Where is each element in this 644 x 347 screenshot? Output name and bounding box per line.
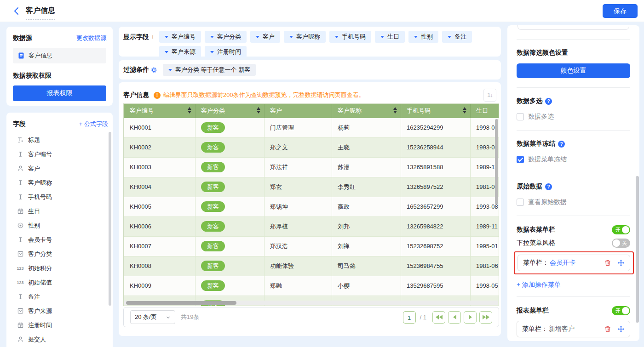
menu-item-name[interactable]: 新增客户 [549,325,575,333]
settings-scrollbar[interactable] [636,176,639,323]
table-horizontal-scrollbar[interactable] [124,301,498,305]
preview-warning: 编辑界面只取数据源前200条作为查询数据预览，完整数据请访问页面查看。 [154,91,365,99]
column-header[interactable]: 客户分类 [196,104,264,118]
field-item[interactable]: 生日 [13,204,108,218]
display-field-chip[interactable]: 注册时间 [205,46,247,58]
raw-data-checkbox-label: 查看原始数据 [528,198,567,206]
last-page-button[interactable] [479,311,492,324]
add-action-menu-link[interactable]: + 添加操作菜单 [517,281,561,289]
display-field-chip[interactable]: 客户昵称 [284,31,326,43]
multi-select-checkbox-row[interactable]: 数据多选 [517,113,630,121]
checkbox-unchecked[interactable] [517,199,524,206]
field-item[interactable]: 客户分类 [13,247,108,261]
field-item[interactable]: 手机号码 [13,190,108,204]
field-item[interactable]: 123初始储值 [13,275,108,290]
sort-arrows-icon[interactable] [463,107,466,114]
pagination-bar: 20 条/页 共19条 1 / 1 [123,307,499,327]
prev-page-button[interactable] [448,311,461,324]
question-icon[interactable] [545,183,552,190]
field-item[interactable]: 注册时间 [13,318,108,332]
current-page-input[interactable]: 1 [403,311,416,324]
dropdown-style-toggle-off[interactable]: 关 [612,239,630,248]
table-row[interactable]: KH0005新客郑锡坤嬴政165236572991993-08 [124,197,500,216]
sort-arrows-icon[interactable] [188,107,191,114]
report-menu-toggle-on[interactable]: 开 [612,306,630,315]
column-header[interactable]: 客户编号 [124,104,196,118]
warning-text: 编辑界面只取数据源前200条作为查询数据预览，完整数据请访问页面查看。 [163,91,365,99]
field-item[interactable]: 客户 [13,161,108,176]
display-field-chip[interactable]: 客户分类 [205,31,247,43]
chevron-down-icon [256,36,259,38]
text-icon [17,193,24,201]
field-item[interactable]: 客户来源 [13,304,108,318]
add-formula-field-link[interactable]: + 公式字段 [79,120,108,128]
field-item[interactable]: 备注 [13,290,108,304]
add-display-field-button[interactable]: + [151,33,155,40]
field-item[interactable]: 会员卡号 [13,233,108,247]
table-menu-toggle-on[interactable]: 开 [612,225,630,234]
column-header[interactable]: 客户昵称 [332,104,401,118]
select-icon [17,250,24,258]
first-page-button[interactable] [432,311,445,324]
field-item[interactable]: 123初始积分 [13,261,108,275]
radio-icon [17,222,24,229]
change-datasource-link[interactable]: 更改数据源 [76,34,106,42]
multi-select-checkbox-label: 数据多选 [528,113,554,121]
move-icon[interactable] [617,259,625,267]
report-menu-heading: 报表菜单栏 [517,307,549,315]
sort-arrows-icon[interactable] [393,107,397,114]
field-item[interactable]: 标题 [13,133,108,147]
table-row[interactable]: KH0006新客郑厚植刘邦132659848221989-11 [124,216,500,236]
table-row[interactable]: KH0004新客郑玄李秀红132658975221981-06 [124,177,500,197]
field-list: 标题客户编号客户客户昵称手机号码生日性别会员卡号客户分类123初始积分123初始… [13,133,108,347]
table-menu-item[interactable]: 菜单栏： 会员开卡 [518,255,630,271]
page-size-select[interactable]: 20 条/页 [130,310,175,324]
report-menu-item[interactable]: 菜单栏： 新增客户 [517,321,630,337]
table-menu-heading: 数据表菜单栏 [517,226,555,234]
raw-data-checkbox-row[interactable]: 查看原始数据 [517,198,630,206]
checkbox-unchecked[interactable] [517,113,524,120]
table-row[interactable]: KH0007新客郑汉浩刘禅152326987521995-01 [124,236,500,256]
display-field-chip[interactable]: 备注 [442,31,472,43]
checkbox-checked[interactable] [517,156,524,163]
back-icon[interactable] [12,6,21,16]
question-icon[interactable] [558,141,565,148]
table-row[interactable]: KH0009新客郑融小樱135296875951998-05 [124,276,500,296]
sort-arrows-icon[interactable] [257,107,260,114]
fields-scrollbar[interactable] [109,132,111,306]
trash-icon[interactable] [604,325,611,333]
menu-item-name[interactable]: 会员开卡 [550,259,575,267]
field-item[interactable]: 客户编号 [13,147,108,161]
display-field-chip[interactable]: 客户来源 [159,46,201,58]
display-field-chip[interactable]: 生日 [375,31,405,43]
next-page-button[interactable] [464,311,477,324]
sort-order-icon[interactable] [483,89,496,102]
display-field-chip[interactable]: 性别 [408,31,438,43]
table-row[interactable]: KH0008新客功能体验司马懿152369847551981-06 [124,256,500,276]
report-permission-button[interactable]: 报表权限 [13,85,106,101]
save-button[interactable]: 保存 [603,4,638,18]
display-field-chip[interactable]: 手机号码 [329,31,371,43]
field-item[interactable]: 提交人 [13,332,108,347]
text-icon [17,151,24,158]
table-row[interactable]: KH0003新客郑法祥苏漫132658915881989-11 [124,157,500,177]
display-field-chip[interactable]: 客户编号 [159,31,201,43]
color-setting-button[interactable]: 颜色设置 [517,63,630,78]
move-icon[interactable] [617,325,625,333]
category-badge: 新客 [201,201,225,212]
question-icon[interactable] [545,98,552,105]
column-header[interactable]: 客户 [264,104,332,118]
column-header[interactable]: 手机号码 [401,104,471,118]
datasource-item[interactable]: 客户信息 [13,48,106,63]
filter-condition-chip[interactable]: 客户分类 等于任意一个 新客 [163,64,256,76]
gear-icon[interactable] [150,67,157,74]
table-vertical-scrollbar[interactable] [495,119,498,205]
menu-freeze-checkbox-row[interactable]: 数据菜单冻结 [517,155,630,164]
field-item[interactable]: 性别 [13,218,108,233]
field-item[interactable]: 客户昵称 [13,176,108,190]
column-header[interactable]: 生日 [471,104,500,118]
table-row[interactable]: KH0001新客门店管理杨莉162352942991998-05 [124,118,500,137]
trash-icon[interactable] [604,259,611,267]
display-field-chip[interactable]: 客户 [250,31,280,43]
table-row[interactable]: KH0002新客郑之文王晓152362589441993-08 [124,137,500,157]
